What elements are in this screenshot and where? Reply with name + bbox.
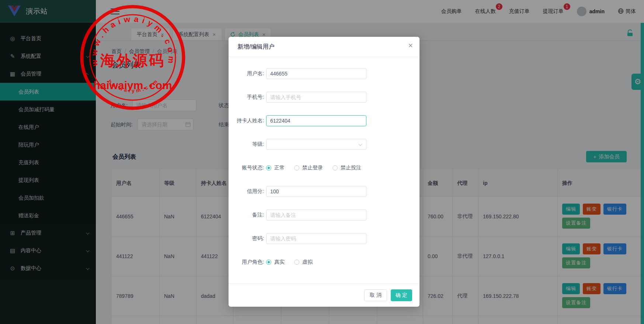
- field-label: 密码:: [229, 235, 264, 242]
- radio-label: 虚拟: [302, 259, 313, 265]
- radio-role-virtual[interactable]: 虚拟: [294, 259, 313, 265]
- credit-field[interactable]: [266, 186, 366, 197]
- field-label: 用户角色:: [229, 259, 264, 265]
- field-label: 用户名:: [229, 70, 264, 77]
- field-phone: 手机号:: [229, 92, 366, 103]
- edit-user-modal: 新增/编辑用户 × 用户名: 手机号: 持卡人姓名: 等级: 账号状态: 正常 …: [229, 37, 420, 307]
- radio-label: 禁止投注: [341, 165, 361, 171]
- field-remark: 备注:: [229, 209, 366, 221]
- modal-title: 新增/编辑用户: [237, 43, 274, 51]
- field-username: 用户名:: [229, 68, 366, 79]
- close-icon[interactable]: ×: [408, 42, 413, 50]
- radio-role-real[interactable]: 真实: [266, 259, 285, 265]
- field-password: 密码:: [229, 233, 366, 244]
- radio-status-ban-login[interactable]: 禁止登录: [294, 165, 323, 171]
- radio-icon: [294, 260, 299, 265]
- radio-status-normal[interactable]: 正常: [266, 165, 285, 171]
- field-label: 等级:: [229, 141, 264, 148]
- field-cardholder: 持卡人姓名:: [229, 115, 366, 126]
- field-account-status: 账号状态: 正常 禁止登录 禁止投注: [229, 162, 371, 173]
- radio-icon: [294, 165, 299, 170]
- field-label: 账号状态:: [229, 165, 264, 171]
- radio-icon: [266, 165, 271, 170]
- modal-header: 新增/编辑用户 ×: [229, 37, 420, 57]
- field-label: 持卡人姓名:: [229, 117, 264, 124]
- radio-icon: [266, 260, 271, 265]
- remark-field[interactable]: [266, 209, 366, 221]
- radio-status-ban-bet[interactable]: 禁止投注: [333, 165, 361, 171]
- radio-label: 禁止登录: [302, 165, 323, 171]
- field-credit: 信用分:: [229, 186, 366, 197]
- confirm-button[interactable]: 确 定: [391, 289, 412, 301]
- password-field[interactable]: [266, 233, 366, 244]
- username-field[interactable]: [266, 68, 366, 79]
- chevron-down-icon: [359, 142, 362, 146]
- field-label: 信用分:: [229, 188, 264, 195]
- field-label: 手机号:: [229, 94, 264, 101]
- radio-label: 真实: [274, 259, 285, 265]
- radio-icon: [333, 165, 338, 170]
- cancel-button[interactable]: 取 消: [364, 289, 387, 301]
- radio-label: 正常: [274, 165, 285, 171]
- cardholder-field[interactable]: [266, 115, 366, 126]
- field-label: 备注:: [229, 212, 264, 218]
- modal-footer: 取 消 确 定: [229, 284, 420, 307]
- level-select[interactable]: [266, 139, 366, 150]
- phone-field[interactable]: [266, 92, 366, 103]
- field-level: 等级:: [229, 139, 366, 150]
- field-role: 用户角色: 真实 虚拟: [229, 257, 322, 268]
